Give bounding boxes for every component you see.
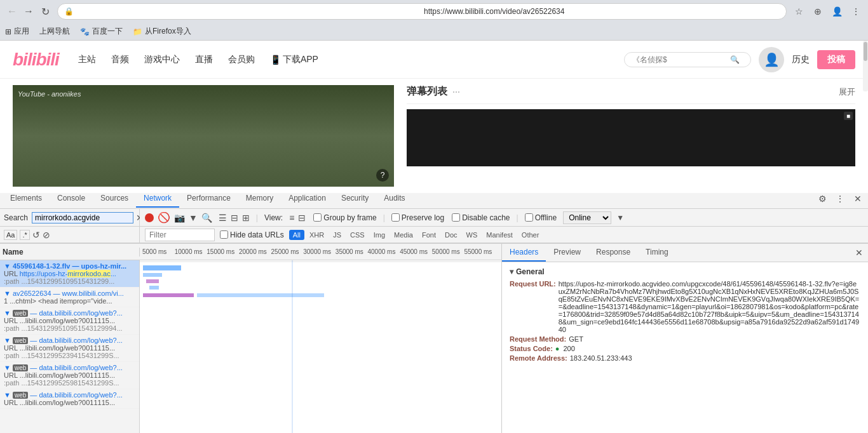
bili-post-button[interactable]: 投稿 <box>817 50 855 69</box>
group-by-frame-checkbox[interactable]: Group by frame <box>313 213 376 222</box>
waterfall-svg <box>140 260 501 433</box>
tab-timing[interactable]: Timing <box>638 244 676 262</box>
devtools-close-btn[interactable]: ✕ <box>850 191 865 206</box>
bookmark-firefox[interactable]: 📁 从Firefox导入 <box>133 26 191 37</box>
entry-bilibili-line: 1 ...chtml> <head itemprop="vide... <box>4 297 135 305</box>
search-input-field[interactable] <box>32 212 133 223</box>
search-input[interactable] <box>632 55 728 64</box>
tick-55000: 55000 ms <box>464 248 496 255</box>
nav-main[interactable]: 主站 <box>78 54 96 65</box>
extension-icon[interactable]: ⊕ <box>811 4 825 18</box>
menu-icon[interactable]: ⋮ <box>849 4 863 18</box>
throttle-select[interactable]: Online Fast 3G Slow 3G Offline <box>563 211 611 224</box>
hide-data-urls-checkbox[interactable]: Hide data URLs <box>220 230 284 239</box>
view-details-icon[interactable]: ⊟ <box>231 213 238 223</box>
filter-type-css[interactable]: CSS <box>346 230 369 240</box>
timeline-header: Name 5000 ms 10000 ms 15000 ms 20000 ms … <box>0 244 501 260</box>
bili-video-area: YouTube - anoniikes ? 弹幕列表 ⋯ 展开 ■ <box>0 79 868 193</box>
nav-live[interactable]: 直播 <box>195 54 213 65</box>
entry-web3[interactable]: ▼ web — data.bilibili.com/log/web?... UR… <box>0 362 139 389</box>
tick-20000: 20000 ms <box>239 248 271 255</box>
group-view-btn[interactable]: ⊟ <box>298 213 306 223</box>
entry-web1-title: ▼ web — data.bilibili.com/log/web?... <box>4 309 135 317</box>
url-text: https://www.bilibili.com/video/av2652263… <box>424 7 780 16</box>
apps-icon: ⊞ <box>5 27 11 36</box>
tab-headers[interactable]: Headers <box>502 244 546 262</box>
filter-icon[interactable]: ▼ <box>189 213 198 223</box>
view-list-icon[interactable]: ☰ <box>219 213 227 223</box>
clear-icon[interactable]: 🚫 <box>158 211 170 223</box>
preserve-log-checkbox[interactable]: Preserve log <box>391 213 444 222</box>
record-button[interactable] <box>145 213 154 222</box>
search-clear-btn[interactable]: ⊘ <box>43 230 50 240</box>
forward-button[interactable]: → <box>22 4 36 18</box>
filter-type-doc[interactable]: Doc <box>441 230 461 240</box>
name-col-header: Name <box>0 248 140 256</box>
search-box[interactable]: 🔍 <box>624 52 751 67</box>
danmu-title: 弹幕列表 <box>407 85 447 98</box>
filter-type-ws[interactable]: WS <box>463 230 482 240</box>
search-button-icon[interactable]: 🔍 <box>730 55 740 64</box>
devtools: Elements Console Sources Network Perform… <box>0 188 868 433</box>
bili-nav: 主站 音频 游戏中心 直播 会员购 📱下载APP <box>78 54 318 65</box>
disable-cache-checkbox[interactable]: Disable cache <box>452 213 510 222</box>
entry-bilibili[interactable]: ▼ av26522634 — www.bilibili.com/vi... 1 … <box>0 288 139 307</box>
timeline-waterfall <box>140 260 501 433</box>
devtools-settings-btn[interactable]: ⚙ <box>815 191 830 206</box>
nav-vip[interactable]: 会员购 <box>228 54 255 65</box>
bookmark-nav[interactable]: 上网导航 <box>39 26 70 37</box>
filter-type-xhr[interactable]: XHR <box>306 230 328 240</box>
nav-download[interactable]: 📱下载APP <box>270 54 318 65</box>
toolbar-icons: ☆ ⊕ 👤 ⋮ <box>792 4 863 18</box>
back-button[interactable]: ← <box>5 4 19 18</box>
tab-response[interactable]: Response <box>588 244 638 262</box>
filter-type-manifest[interactable]: Manifest <box>482 230 517 240</box>
filter-type-other[interactable]: Other <box>518 230 543 240</box>
account-icon[interactable]: 👤 <box>830 4 844 18</box>
search-label: Search <box>4 213 28 222</box>
entry-flv[interactable]: ▼ 45596148-1-32.flv — upos-hz-mir... URL… <box>0 260 139 288</box>
search-network-icon[interactable]: 🔍 <box>201 213 212 223</box>
search-refresh-btn[interactable]: ↺ <box>32 230 40 240</box>
preserve-log-label: Preserve log <box>402 213 444 222</box>
entry-web4[interactable]: ▼ web — data.bilibili.com/log/web?... UR… <box>0 389 139 409</box>
filter-type-js[interactable]: JS <box>329 230 345 240</box>
bookmark-apps[interactable]: ⊞ 应用 <box>5 26 29 37</box>
filter-input[interactable] <box>145 229 215 241</box>
group-by-frame-label: Group by frame <box>323 213 376 222</box>
filter-type-all[interactable]: All <box>289 230 304 240</box>
entry-web2[interactable]: ▼ web — data.bilibili.com/log/web?... UR… <box>0 335 139 362</box>
star-icon[interactable]: ☆ <box>792 4 806 18</box>
bili-user-avatar[interactable]: 👤 <box>759 47 784 72</box>
entry-web1[interactable]: ▼ web — data.bilibili.com/log/web?... UR… <box>0 307 139 335</box>
bilibili-logo[interactable]: bilibili <box>13 50 59 70</box>
tick-25000: 25000 ms <box>271 248 304 255</box>
offline-checkbox[interactable]: Offline <box>525 213 557 222</box>
tab-preview[interactable]: Preview <box>546 244 588 262</box>
filter-type-img[interactable]: Img <box>370 230 389 240</box>
bookmark-baidu[interactable]: 🐾 百度一下 <box>80 26 123 37</box>
video-info-icon[interactable]: ? <box>376 169 389 182</box>
devtools-more-btn[interactable]: ⋮ <box>832 191 848 206</box>
list-view-btn[interactable]: ≡ <box>289 213 294 223</box>
bili-history[interactable]: 历史 <box>792 54 810 65</box>
camera-icon[interactable]: 📷 <box>174 213 185 223</box>
view-tree-icon[interactable]: ⊞ <box>242 213 250 223</box>
address-bar[interactable]: 🔒 https://www.bilibili.com/video/av26522… <box>57 3 787 20</box>
throttle-down-icon[interactable]: ▼ <box>616 213 624 222</box>
filter-type-font[interactable]: Font <box>418 230 440 240</box>
nav-game[interactable]: 游戏中心 <box>144 54 180 65</box>
filter-type-media[interactable]: Media <box>390 230 417 240</box>
status-code-key: Status Code: <box>510 345 553 352</box>
general-section-title[interactable]: General <box>510 267 860 276</box>
video-player[interactable]: YouTube - anoniikes ? <box>13 85 394 187</box>
case-sensitive-btn[interactable]: Aa <box>4 230 17 240</box>
danmu-more-icon[interactable]: ⋯ <box>452 88 460 97</box>
tick-5000: 5000 ms <box>140 248 175 255</box>
mobile-icon: 📱 <box>270 55 281 65</box>
panel-close-btn[interactable]: ✕ <box>850 245 868 260</box>
regex-btn[interactable]: .* <box>20 230 29 240</box>
danmu-expand[interactable]: 展开 <box>839 86 855 98</box>
nav-audio[interactable]: 音频 <box>111 54 129 65</box>
refresh-button[interactable]: ↻ <box>38 4 52 18</box>
